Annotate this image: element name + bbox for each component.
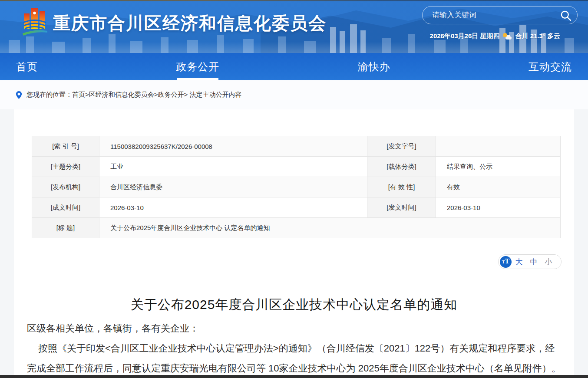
article-paragraph-salutation: 区级各相关单位，各镇街，各有关企业： — [27, 319, 561, 339]
partly-cloudy-icon — [503, 33, 512, 39]
table-row: [发布机构] 合川区经济信息委 [有 效 性] 有效 — [32, 177, 561, 197]
site-title: 重庆市合川区经济和信息化委员会 — [53, 11, 327, 35]
table-row: [主题分类] 工业 [载体分类] 结果查询、公示 — [32, 157, 561, 177]
document-meta-table: [索 引 号] 11500382009325637K/2026-00008 [发… — [32, 136, 561, 238]
font-size-small-button[interactable]: 小 — [545, 257, 552, 267]
nav-item-home[interactable]: 首页 — [16, 53, 38, 80]
font-size-large-button[interactable]: 大 — [515, 257, 523, 267]
site-logo — [23, 5, 48, 39]
table-row: [标 题] 关于公布2025年度合川区企业技术中心 认定名单的通知 — [32, 218, 561, 238]
font-size-icon: TT — [500, 256, 512, 268]
meta-label-validity: [有 效 性] — [367, 177, 436, 197]
nav-item-gov-affairs[interactable]: 政务公开 — [176, 53, 219, 80]
meta-label-issue-date: [发文时间] — [367, 197, 436, 218]
search-button[interactable] — [560, 10, 571, 21]
search-icon — [560, 10, 571, 21]
meta-value-topic: 工业 — [99, 157, 367, 177]
breadcrumb: 您现在的位置：首页>区经济和信息化委员会>政务公开> 法定主动公开内容 — [0, 80, 588, 109]
meta-label-index-no: [索 引 号] — [32, 136, 99, 157]
font-size-control: TT 大 中 小 — [498, 254, 562, 269]
table-row: [成文时间] 2026-03-10 [发文时间] 2026-03-10 — [32, 197, 561, 218]
meta-label-written-date: [成文时间] — [32, 197, 99, 218]
meta-value-doc-no — [436, 136, 561, 157]
breadcrumb-path[interactable]: 您现在的位置：首页>区经济和信息化委员会>政务公开> 法定主动公开内容 — [26, 91, 241, 99]
date-text: 2026年03月26日 星期四 — [430, 32, 500, 40]
meta-value-title: 关于公布2025年度合川区企业技术中心 认定名单的通知 — [99, 218, 561, 238]
meta-value-index-no: 11500382009325637K/2026-00008 — [99, 136, 367, 157]
window-top-edge — [0, 0, 588, 1]
main-nav: 首页 政务公开 渝快办 互动交流 — [0, 53, 588, 80]
date-weather-bar: 2026年03月26日 星期四 合川 21.3° 多云 — [430, 32, 560, 40]
meta-value-validity: 有效 — [436, 177, 561, 197]
meta-label-title: [标 题] — [32, 218, 99, 238]
meta-label-issuer: [发布机构] — [32, 177, 99, 197]
nav-item-yukuaiban[interactable]: 渝快办 — [358, 53, 390, 80]
meta-label-doc-no: [发文字号] — [367, 136, 436, 157]
meta-label-carrier: [载体分类] — [367, 157, 436, 177]
content-card: [索 引 号] 11500382009325637K/2026-00008 [发… — [14, 109, 574, 375]
location-pin-icon — [16, 91, 22, 99]
font-size-medium-button[interactable]: 中 — [530, 257, 538, 267]
weather-text: 合川 21.3° 多云 — [515, 32, 560, 40]
search-box — [422, 6, 578, 24]
site-header: 重庆市合川区经济和信息化委员会 2026年03月26日 星期四 合川 21.3°… — [0, 0, 588, 53]
meta-value-issue-date: 2026-03-10 — [436, 197, 561, 218]
search-input[interactable] — [423, 7, 577, 24]
meta-value-issuer: 合川区经济信息委 — [99, 177, 367, 197]
table-row: [索 引 号] 11500382009325637K/2026-00008 [发… — [32, 136, 561, 157]
article-title: 关于公布2025年度合川区企业技术中心认定名单的通知 — [14, 296, 574, 314]
meta-value-carrier: 结果查询、公示 — [436, 157, 561, 177]
nav-item-interaction[interactable]: 互动交流 — [529, 53, 572, 80]
meta-label-topic: [主题分类] — [32, 157, 99, 177]
article-paragraph-main: 按照《关于印发<合川区工业企业技术中心认定管理办法>的通知》（合川经信发〔202… — [27, 339, 561, 378]
meta-value-written-date: 2026-03-10 — [99, 197, 367, 218]
article-body: 区级各相关单位，各镇街，各有关企业： 按照《关于印发<合川区工业企业技术中心认定… — [27, 319, 561, 378]
window-bottom-edge — [0, 375, 588, 378]
